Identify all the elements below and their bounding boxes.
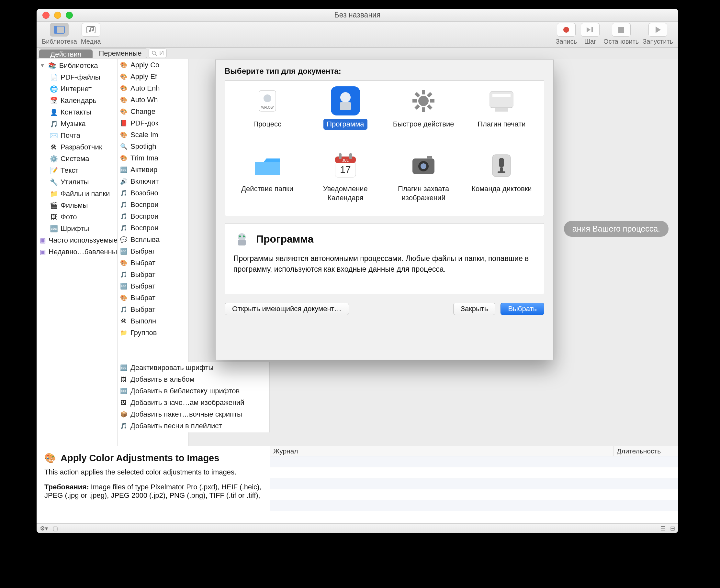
action-list-item[interactable]: 📦Добавить пакет…вочные скрипты [118,408,269,420]
log-row [270,478,678,489]
view-mode-2-icon[interactable]: ⊟ [670,525,675,532]
svg-rect-1 [54,26,57,33]
template-tile[interactable]: Программа [306,85,384,147]
toggle-info-icon[interactable]: ▢ [53,525,58,532]
svg-line-18 [428,105,431,109]
action-list-item[interactable]: 🎵Выбрат [118,304,188,315]
drop-hint-pill: ания Вашего процесса. [564,221,668,237]
view-mode-1-icon[interactable]: ☰ [660,525,666,532]
action-list-item[interactable]: 🔤Деактивировать шрифты [118,362,269,374]
action-list-item[interactable]: 🔤Выбрат [118,246,188,257]
action-icon: 🎵 [119,189,128,197]
disclosure-triangle-icon[interactable]: ▼ [40,63,45,68]
library-mode-segmented[interactable]: Действия Переменные [38,48,147,58]
log-pane: Журнал Длительность [270,446,678,523]
sidebar-category[interactable]: 🛠Разработчик [37,141,117,153]
action-list-item[interactable]: 🔤Добавить в библиотеку шрифтов [118,385,269,397]
action-list-item[interactable]: 🎨Scale Im [118,129,188,141]
gear-menu-icon[interactable]: ⚙︎▾ [40,525,48,532]
action-list-item[interactable]: 🎨Apply Ef [118,71,188,82]
template-tile[interactable]: Плагин захвата изображений [385,150,463,211]
action-list-item[interactable]: 🔤Активир [118,164,188,176]
step-toolbar-button[interactable]: Шаг [581,23,600,45]
action-list-item[interactable]: 🎨Выбрат [118,292,188,304]
action-icon: 📁 [119,329,128,337]
log-col-duration[interactable]: Длительность [614,446,678,456]
action-list-item[interactable]: 💬Всплыва [118,234,188,246]
log-header: Журнал Длительность [270,446,678,456]
template-tile-label: Команда диктовки [468,183,535,194]
action-list-item[interactable]: 🖼Добавить в альбом [118,374,269,385]
automator-app-icon [234,231,250,247]
sidebar-category[interactable]: 🔧Утилиты [37,176,117,188]
template-tile[interactable]: Плагин печати [463,85,541,147]
log-row [270,500,678,511]
template-tile[interactable]: WFLOWПроцесс [228,85,306,147]
sidebar-category[interactable]: 🖼Фото [37,211,117,223]
action-list-item[interactable]: 🎨Apply Co [118,59,188,71]
run-toolbar-button[interactable]: Запустить [643,23,673,45]
sidebar-category[interactable]: 🌐Интернет [37,83,117,95]
action-list-item[interactable]: 🔊Включит [118,176,188,187]
sidebar-category[interactable]: 🔤Шрифты [37,223,117,234]
template-tile[interactable]: Команда диктовки [463,150,541,211]
stop-toolbar-button[interactable]: Остановить [603,23,639,45]
sidebar-category[interactable]: ✉️Почта [37,130,117,141]
action-list-item[interactable]: 🎨Change [118,106,188,118]
cancel-button[interactable]: Закрыть [453,303,496,315]
favorites-item[interactable]: ▣ Часто используемые [37,234,117,246]
library-mode-row: Действия Переменные И [37,47,678,59]
action-list-continued[interactable]: 🔤Деактивировать шрифты🖼Добавить в альбом… [118,362,270,433]
action-label: Добавить в библиотеку шрифтов [131,387,240,395]
library-toolbar-button[interactable]: Библиотека [42,23,77,45]
library-root[interactable]: ▼ 📚 Библиотека [37,60,117,71]
status-bar: ⚙︎▾ ▢ ☰ ⊟ [37,523,678,533]
media-toolbar-button[interactable]: Медиа [81,23,101,45]
action-list-item[interactable]: 🖼Добавить значо…ам изображений [118,397,269,408]
log-col-journal[interactable]: Журнал [270,446,614,456]
template-tile[interactable]: Быстрое действие [385,85,463,147]
recent-item[interactable]: ▣ Недавно…бавленные [37,246,117,258]
recent-icon: ▣ [40,248,46,256]
choose-button[interactable]: Выбрать [500,303,544,315]
action-list-item[interactable]: 🎵Воспрои [118,211,188,222]
template-tile[interactable]: Действие папки [228,150,306,211]
action-icon: 🎵 [119,422,128,430]
variables-segment[interactable]: Переменные [94,48,147,58]
template-tile-icon [486,150,517,182]
action-list-item[interactable]: 🎵Добавить песни в плейлист [118,420,269,432]
sidebar-category[interactable]: 📝Текст [37,165,117,176]
sidebar-category[interactable]: ⚙️Система [37,153,117,165]
sidebar-category[interactable]: 📅Календарь [37,95,117,106]
action-list-item[interactable]: 🎵Выбрат [118,269,188,280]
category-icon: 📁 [49,190,58,198]
sidebar-category[interactable]: 📁Файлы и папки [37,188,117,200]
action-label: Добавить пакет…вочные скрипты [131,410,242,419]
action-list-item[interactable]: 🎨Trim Ima [118,152,188,164]
search-input[interactable]: И [148,48,167,58]
template-tile-icon: WFLOW [252,85,283,117]
record-toolbar-button[interactable]: Запись [556,23,577,45]
action-list-item[interactable]: 🔍Spotligh [118,141,188,152]
action-list-item[interactable]: 🎨Auto Enh [118,82,188,94]
sidebar-category[interactable]: 🎬Фильмы [37,200,117,211]
sidebar-item-label: Фильмы [61,201,88,210]
sidebar-category[interactable]: 🎵Музыка [37,118,117,130]
action-label: PDF-док [131,119,158,127]
template-tile[interactable]: 17JULУведомление Календаря [306,150,384,211]
open-existing-button[interactable]: Открыть имеющийся документ… [225,303,349,315]
action-list-item[interactable]: 📁Группов [118,327,188,339]
action-list-item[interactable]: 🛠Выполн [118,315,188,327]
action-list-item[interactable]: 🔤Выбрат [118,280,188,292]
action-label: Добавить песни в плейлист [131,422,222,430]
action-list-item[interactable]: 🎨Выбрат [118,257,188,269]
action-list-item[interactable]: 🎨Auto Wh [118,94,188,106]
action-list-item[interactable]: 📕PDF-док [118,118,188,129]
sidebar-category[interactable]: 👤Контакты [37,106,117,118]
action-list-item[interactable]: 🎵Воспрои [118,222,188,234]
actions-segment[interactable]: Действия [39,49,93,58]
sidebar-category[interactable]: 📄PDF-файлы [37,71,117,83]
log-row [270,489,678,500]
action-list-item[interactable]: 🎵Возобно [118,187,188,199]
action-list-item[interactable]: 🎵Воспрои [118,199,188,211]
